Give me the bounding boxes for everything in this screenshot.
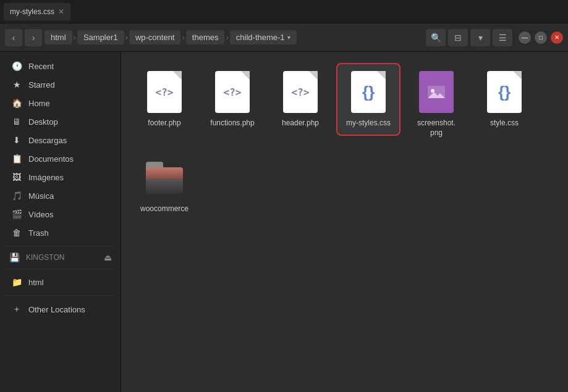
file-label-footer-php: footer.php — [148, 119, 180, 128]
sidebar: 🕐 Recent ★ Starred 🏠 Home 🖥 Desktop ⬇ De… — [0, 52, 121, 392]
recent-icon: 🕐 — [11, 61, 22, 71]
sidebar-item-musica[interactable]: 🎵 Música — [2, 187, 118, 204]
file-icon-header-php: <?> — [282, 70, 319, 114]
breadcrumb-html[interactable]: html — [45, 30, 72, 44]
breadcrumb-sep-3: › — [180, 33, 185, 42]
file-icon-footer-php: <?> — [146, 70, 183, 114]
sidebar-item-starred[interactable]: ★ Starred — [2, 76, 118, 93]
folder-icon: 📁 — [11, 277, 22, 287]
sidebar-label-desktop: Desktop — [28, 117, 58, 127]
breadcrumb-sep-2: › — [124, 33, 129, 42]
sidebar-item-other-locations[interactable]: ＋ Other Locations — [2, 300, 118, 319]
sidebar-item-desktop[interactable]: 🖥 Desktop — [2, 113, 118, 130]
sidebar-item-kingston[interactable]: 💾 KINGSTON — [9, 252, 64, 262]
file-item-footer-php[interactable]: <?> footer.php — [134, 64, 195, 135]
file-icon-my-styles-css: {} — [350, 70, 387, 114]
file-item-screenshot-png[interactable]: screenshot.png — [405, 64, 467, 144]
sidebar-item-recent[interactable]: 🕐 Recent — [2, 57, 118, 75]
sidebar-label-imagenes: Imágenes — [28, 173, 64, 182]
sidebar-item-home[interactable]: 🏠 Home — [2, 94, 118, 112]
sidebar-drive-section: 💾 KINGSTON ⏏ — [0, 250, 121, 265]
view-list-button[interactable]: ⊟ — [448, 29, 468, 46]
breadcrumb-sep-4: › — [224, 33, 229, 42]
toolbar-actions: 🔍 ⊟ ▾ ☰ — [426, 29, 512, 46]
breadcrumb-sampler1[interactable]: Sampler1 — [77, 30, 124, 44]
php-icon-3: <?> — [283, 71, 318, 113]
download-icon: ⬇ — [11, 135, 22, 145]
sidebar-divider-2 — [5, 269, 116, 269]
forward-button[interactable]: › — [25, 29, 42, 46]
tab-label: my-styles.css — [10, 7, 54, 16]
sidebar-label-other-locations: Other Locations — [28, 305, 85, 314]
sidebar-label-trash: Trash — [28, 228, 49, 238]
breadcrumb: html › Sampler1 › wp-content › themes › … — [45, 30, 423, 44]
music-icon: 🎵 — [11, 191, 22, 201]
file-item-functions-php[interactable]: <?> functions.php — [201, 64, 263, 135]
file-icon-woocommerce — [146, 156, 183, 199]
sidebar-item-imagenes[interactable]: 🖼 Imágenes — [2, 169, 118, 186]
file-label-my-styles-css: my-styles.css — [346, 119, 391, 128]
sidebar-divider-3 — [5, 295, 116, 296]
toolbar: ‹ › html › Sampler1 › wp-content › theme… — [0, 23, 568, 52]
sidebar-label-musica: Música — [28, 191, 54, 201]
minimize-button[interactable]: — — [519, 31, 531, 44]
drive-icon: 💾 — [9, 252, 20, 262]
php-icon-2: <?> — [215, 71, 250, 113]
sidebar-label-html: html — [28, 278, 44, 287]
desktop-icon: 🖥 — [11, 117, 22, 127]
view-options-button[interactable]: ▾ — [470, 29, 490, 46]
sidebar-label-kingston: KINGSTON — [26, 253, 64, 262]
video-icon: 🎬 — [11, 209, 22, 219]
sidebar-item-html[interactable]: 📁 html — [2, 273, 118, 291]
sidebar-label-documentos: Documentos — [28, 154, 74, 164]
sidebar-item-trash[interactable]: 🗑 Trash — [2, 224, 118, 241]
file-item-woocommerce[interactable]: woocommerce — [134, 150, 195, 220]
file-icon-style-css: {} — [486, 70, 523, 114]
breadcrumb-child-theme[interactable]: child-theme-1 ▾ — [230, 30, 297, 44]
eject-button[interactable]: ⏏ — [104, 252, 112, 262]
documents-icon: 📋 — [11, 154, 22, 164]
file-label-style-css: style.css — [490, 119, 519, 128]
sidebar-label-videos: Vídeos — [28, 210, 53, 219]
sidebar-label-descargas: Descargas — [28, 136, 67, 145]
file-icon-screenshot-png — [418, 70, 455, 114]
chevron-down-icon: ▾ — [287, 34, 290, 41]
css-icon: {} — [351, 71, 386, 113]
plus-icon: ＋ — [11, 304, 22, 315]
sidebar-item-documentos[interactable]: 📋 Documentos — [2, 150, 118, 167]
sidebar-label-starred: Starred — [28, 80, 55, 90]
sidebar-item-descargas[interactable]: ⬇ Descargas — [2, 131, 118, 149]
sidebar-label-home: Home — [28, 99, 50, 108]
file-label-woocommerce: woocommerce — [140, 204, 189, 214]
file-label-screenshot-png: screenshot.png — [417, 119, 456, 138]
images-icon: 🖼 — [11, 172, 22, 182]
file-area: <?> footer.php <?> functions.php <?> — [121, 52, 568, 392]
breadcrumb-sep-1: › — [72, 33, 77, 42]
menu-button[interactable]: ☰ — [493, 29, 512, 46]
trash-icon: 🗑 — [11, 228, 22, 238]
file-label-header-php: header.php — [282, 119, 319, 128]
main-area: 🕐 Recent ★ Starred 🏠 Home 🖥 Desktop ⬇ De… — [0, 52, 568, 392]
starred-icon: ★ — [11, 80, 22, 90]
sidebar-divider-1 — [5, 246, 116, 246]
tab-close-button[interactable]: ✕ — [58, 7, 64, 16]
file-item-header-php[interactable]: <?> header.php — [269, 64, 331, 135]
php-icon: <?> — [147, 71, 182, 113]
breadcrumb-themes[interactable]: themes — [186, 30, 225, 44]
titlebar: my-styles.css ✕ — [0, 0, 568, 23]
close-button[interactable]: ✕ — [551, 31, 563, 44]
back-button[interactable]: ‹ — [5, 29, 22, 46]
img-icon — [419, 71, 454, 113]
sidebar-label-recent: Recent — [28, 62, 54, 71]
sidebar-item-videos[interactable]: 🎬 Vídeos — [2, 206, 118, 223]
css-icon-2: {} — [487, 71, 522, 113]
file-item-my-styles-css[interactable]: {} my-styles.css — [337, 64, 399, 135]
home-icon: 🏠 — [11, 98, 22, 108]
title-tab[interactable]: my-styles.css ✕ — [4, 3, 70, 20]
search-button[interactable]: 🔍 — [426, 29, 446, 46]
file-icon-functions-php: <?> — [214, 70, 251, 114]
window-controls: — □ ✕ — [519, 31, 563, 44]
file-item-style-css[interactable]: {} style.css — [473, 64, 535, 135]
maximize-button[interactable]: □ — [535, 31, 547, 44]
breadcrumb-wp-content[interactable]: wp-content — [129, 30, 181, 44]
